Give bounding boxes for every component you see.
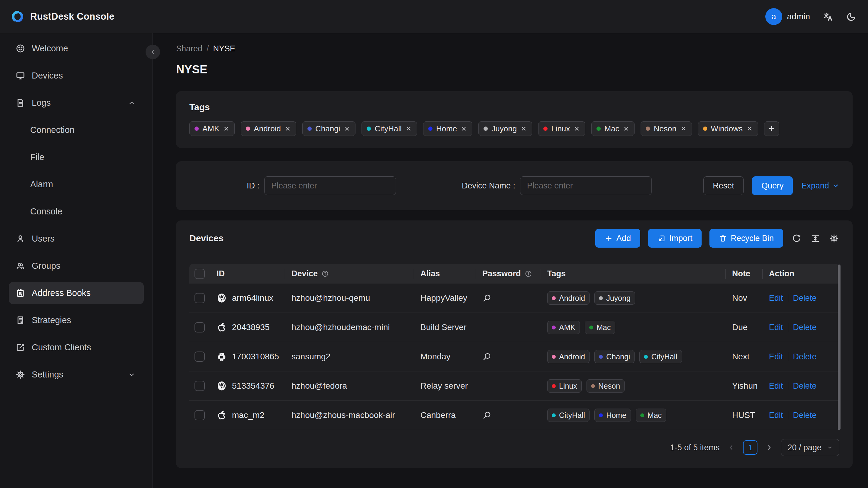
tags-card: Tags AMK Android Changi CityHall [176, 91, 852, 148]
add-device-button[interactable]: Add [595, 229, 640, 248]
sidebar-item-groups[interactable]: Groups [9, 255, 144, 277]
edit-link[interactable]: Edit [769, 411, 783, 420]
tag-chip: Linux [538, 121, 585, 136]
tag-color-dot [640, 414, 644, 417]
breadcrumb: Shared / NYSE [176, 44, 852, 54]
device-alias: HappyValley [414, 293, 476, 303]
remove-tag-icon[interactable] [344, 125, 350, 132]
delete-link[interactable]: Delete [793, 323, 817, 332]
add-tag-button[interactable] [764, 121, 779, 136]
previous-page-icon[interactable] [727, 444, 735, 452]
group-icon [16, 261, 25, 271]
column-header-note: Note [725, 264, 762, 283]
tag-label: Mac [604, 124, 619, 133]
delete-link[interactable]: Delete [793, 352, 817, 362]
select-all-checkbox[interactable] [194, 269, 205, 279]
table-row: arm64linux hzhou@hzhou-qemu HappyValley … [189, 283, 839, 313]
tag-chip: Linux [547, 379, 582, 393]
remove-tag-icon[interactable] [746, 125, 753, 132]
chevron-down-icon [832, 182, 839, 189]
info-icon[interactable] [321, 270, 329, 277]
tag-label: Linux [551, 124, 570, 133]
device-name-filter-input[interactable] [520, 176, 652, 195]
tag-color-dot [552, 414, 556, 417]
tag-chip: Android [241, 121, 296, 136]
smiley-icon [16, 44, 25, 53]
sidebar-item-file[interactable]: File [9, 146, 144, 168]
id-filter-input[interactable] [264, 176, 396, 195]
device-name: sansumg2 [285, 352, 414, 362]
reset-button[interactable]: Reset [704, 176, 744, 195]
remove-tag-icon[interactable] [223, 125, 229, 132]
view-password-icon[interactable] [482, 294, 491, 303]
sidebar-item-label: Address Books [32, 288, 91, 298]
expand-toggle[interactable]: Expand [801, 181, 839, 190]
tag-label: Home [606, 411, 626, 420]
tag-label: Changi [315, 124, 340, 133]
tag-chip: Home [423, 121, 472, 136]
next-page-icon[interactable] [765, 444, 773, 452]
row-checkbox[interactable] [194, 322, 205, 333]
query-button[interactable]: Query [752, 176, 793, 195]
remove-tag-icon[interactable] [574, 125, 580, 132]
breadcrumb-parent[interactable]: Shared [176, 44, 203, 54]
avatar[interactable]: a [765, 8, 782, 25]
tag-chip: Mac [636, 408, 666, 422]
view-password-icon[interactable] [482, 352, 491, 361]
sidebar-item-welcome[interactable]: Welcome [9, 37, 144, 60]
row-checkbox[interactable] [194, 293, 205, 303]
row-checkbox[interactable] [194, 381, 205, 391]
delete-link[interactable]: Delete [793, 294, 817, 303]
page-number-button[interactable]: 1 [743, 440, 757, 455]
sidebar-item-devices[interactable]: Devices [9, 65, 144, 87]
sidebar-item-alarm[interactable]: Alarm [9, 173, 144, 195]
remove-tag-icon[interactable] [623, 125, 629, 132]
row-checkbox[interactable] [194, 410, 205, 420]
tag-color-dot [591, 384, 595, 388]
delete-link[interactable]: Delete [793, 411, 817, 420]
sidebar-item-strategies[interactable]: Strategies [9, 309, 144, 331]
device-id: 20438935 [232, 323, 270, 332]
device-id: 1700310865 [232, 352, 279, 362]
sidebar-collapse-button[interactable] [146, 45, 160, 59]
device-name: hzhou@fedora [285, 381, 414, 391]
tag-chip: Changi [594, 350, 634, 363]
dark-mode-toggle[interactable] [846, 11, 857, 22]
tag-color-dot [703, 126, 707, 131]
page-size-select[interactable]: 20 / page [781, 439, 839, 456]
sidebar-item-logs[interactable]: Logs [9, 92, 144, 114]
remove-tag-icon[interactable] [520, 125, 527, 132]
table-settings-gear-icon[interactable] [829, 233, 839, 244]
sidebar-item-settings[interactable]: Settings [9, 364, 144, 386]
language-button[interactable] [822, 11, 834, 22]
edit-link[interactable]: Edit [769, 323, 783, 332]
delete-link[interactable]: Delete [793, 382, 817, 391]
info-icon[interactable] [525, 270, 532, 277]
address-book-icon [16, 288, 25, 298]
sidebar-item-users[interactable]: Users [9, 228, 144, 250]
table-scrollbar[interactable] [838, 265, 840, 430]
recycle-bin-button[interactable]: Recycle Bin [709, 229, 783, 248]
sidebar-item-connection[interactable]: Connection [9, 119, 144, 141]
remove-tag-icon[interactable] [680, 125, 687, 132]
user-menu[interactable]: a admin [765, 8, 810, 25]
edit-link[interactable]: Edit [769, 294, 783, 303]
column-header-alias: Alias [414, 264, 476, 283]
tag-chip: Android [547, 350, 590, 363]
sidebar-item-custom-clients[interactable]: Custom Clients [9, 336, 144, 359]
remove-tag-icon[interactable] [461, 125, 467, 132]
remove-tag-icon[interactable] [284, 125, 291, 132]
row-height-icon[interactable] [810, 233, 820, 244]
tag-color-dot [552, 296, 556, 300]
edit-link[interactable]: Edit [769, 352, 783, 362]
sidebar-item-address-books[interactable]: Address Books [9, 282, 144, 304]
plus-icon [604, 234, 613, 243]
sidebar-item-console[interactable]: Console [9, 201, 144, 222]
remove-tag-icon[interactable] [405, 125, 412, 132]
view-password-icon[interactable] [482, 411, 491, 420]
import-button[interactable]: Import [648, 229, 702, 248]
refresh-icon[interactable] [791, 233, 802, 244]
action-divider [788, 353, 788, 361]
edit-link[interactable]: Edit [769, 382, 783, 391]
row-checkbox[interactable] [194, 352, 205, 362]
